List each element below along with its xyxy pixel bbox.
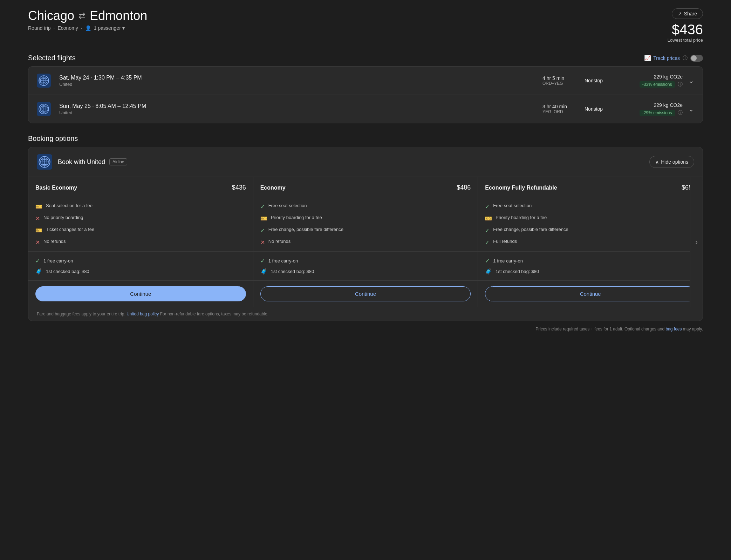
fare-action-refundable: Continue [478, 281, 703, 307]
feature-item: ✕ No refunds [260, 239, 471, 246]
bag-text: 1st checked bag: $80 [46, 269, 89, 274]
expand-icon-1[interactable]: ⌄ [688, 76, 694, 85]
track-prices-label: Track prices [653, 55, 680, 61]
bag-text: 1 free carry-on [268, 258, 298, 264]
fare-bags-economy: ✓ 1 free carry-on 🧳 1st checked bag: $80 [253, 252, 478, 281]
fare-features-refundable: ✓ Free seat selection 🎫 Priority boardin… [478, 197, 703, 252]
bag-item: 🧳 1st checked bag: $80 [485, 268, 696, 275]
fare-header-economy: Economy $486 [253, 177, 478, 197]
chevron-up-icon: ∧ [655, 159, 659, 165]
flight-stops-1: Nonstop [585, 78, 620, 83]
flight-time-2: Sun, May 25 · 8:05 AM – 12:45 PM [59, 103, 542, 109]
fee-icon: 🎫 [485, 215, 492, 222]
fare-options: Basic Economy $436 🎫 Seat selection for … [28, 177, 703, 307]
passenger-selector[interactable]: 1 passenger ▾ [94, 25, 125, 31]
flight-stops-2: Nonstop [585, 106, 620, 112]
fare-bags-basic: ✓ 1 free carry-on 🧳 1st checked bag: $80 [28, 252, 253, 281]
feature-text: No refunds [268, 239, 291, 244]
fare-action-economy: Continue [253, 281, 478, 307]
flight-date-1: Sat, May 24 [59, 75, 89, 81]
united-bag-policy-link[interactable]: United bag policy [127, 312, 159, 316]
fare-features-basic: 🎫 Seat selection for a fee ✕ No priority… [28, 197, 253, 252]
fee-icon: 🎫 [35, 227, 42, 234]
flight-row[interactable]: Sat, May 24 · 1:30 PM – 4:35 PM United 4… [28, 67, 703, 95]
booking-header: Book with United Airline ∧ Hide options [28, 147, 703, 177]
emissions-info-icon-2[interactable]: ⓘ [678, 110, 683, 115]
bag-icon: 🧳 [260, 268, 267, 275]
flight-row-2[interactable]: Sun, May 25 · 8:05 AM – 12:45 PM United … [28, 95, 703, 123]
feature-text: Priority boarding for a fee [271, 215, 322, 220]
fare-name-economy: Economy [260, 185, 286, 191]
feature-item: 🎫 Seat selection for a fee [35, 203, 246, 210]
total-price: $436 [668, 22, 703, 37]
feature-item: ✓ Free seat selection [260, 203, 471, 210]
expand-icon-2[interactable]: ⌄ [688, 105, 694, 113]
feature-text: Free seat selection [268, 203, 307, 208]
feature-item: ✓ Full refunds [485, 239, 696, 246]
feature-item: ✕ No priority boarding [35, 215, 246, 222]
fare-column-economy: Economy $486 ✓ Free seat selection 🎫 Pri… [253, 177, 478, 307]
flight-carrier-2: United [59, 110, 542, 115]
booking-options-header: Booking options [28, 135, 703, 143]
bag-item: 🧳 1st checked bag: $80 [35, 268, 246, 275]
selected-flights-title: Selected flights [28, 54, 76, 62]
flight-duration-2: 3 hr 40 min YEG–ORD [542, 104, 585, 114]
route-arrow-icon: ⇄ [78, 11, 86, 21]
next-fare-button[interactable]: › [690, 177, 703, 307]
feature-text: Seat selection for a fee [46, 203, 93, 208]
fare-action-basic: Continue [28, 281, 253, 307]
feature-text: No refunds [43, 239, 66, 244]
fare-header-refundable: Economy Fully Refundable $656 [478, 177, 703, 197]
emissions-info-icon-1[interactable]: ⓘ [678, 81, 683, 87]
fare-features-economy: ✓ Free seat selection 🎫 Priority boardin… [253, 197, 478, 252]
check-icon: ✓ [485, 203, 490, 210]
passenger-count: 1 passenger [94, 25, 121, 31]
bag-icon: 🧳 [35, 268, 42, 275]
airline-badge: Airline [109, 158, 127, 165]
flight-times-1: 1:30 PM – 4:35 PM [94, 75, 142, 81]
track-prices-info-icon[interactable]: ⓘ [683, 55, 688, 61]
cabin-class: Economy [57, 25, 78, 31]
feature-text: Full refunds [493, 239, 517, 244]
airline-logo-1 [37, 74, 51, 88]
footer-suffix: may apply. [683, 327, 703, 332]
origin-city: Chicago [28, 8, 74, 23]
feature-text: Priority boarding for a fee [496, 215, 547, 220]
flight-details-1: Sat, May 24 · 1:30 PM – 4:35 PM United [59, 75, 542, 87]
bag-fees-link[interactable]: bag fees [665, 327, 682, 332]
feature-text: Free change, possible fare difference [268, 227, 343, 232]
feature-item: 🎫 Ticket changes for a fee [35, 227, 246, 234]
fare-column-basic: Basic Economy $436 🎫 Seat selection for … [28, 177, 253, 307]
continue-button-economy[interactable]: Continue [260, 286, 471, 301]
feature-text: Free change, possible fare difference [493, 227, 568, 232]
feature-item: ✓ Free change, possible fare difference [260, 227, 471, 234]
flight-time-1: Sat, May 24 · 1:30 PM – 4:35 PM [59, 75, 542, 81]
booking-provider-name: Book with United [58, 158, 105, 166]
emissions-badge-1: -33% emissions [640, 81, 675, 88]
continue-button-basic[interactable]: Continue [35, 286, 246, 301]
feature-item: 🎫 Priority boarding for a fee [260, 215, 471, 222]
booking-options-title: Booking options [28, 135, 78, 143]
share-button[interactable]: ↗ Share [672, 8, 703, 19]
fare-bags-refundable: ✓ 1 free carry-on 🧳 1st checked bag: $80 [478, 252, 703, 281]
fare-header-basic: Basic Economy $436 [28, 177, 253, 197]
bag-item: ✓ 1 free carry-on [35, 257, 246, 264]
hide-options-button[interactable]: ∧ Hide options [649, 156, 694, 168]
flight-times-2: 8:05 AM – 12:45 PM [95, 103, 146, 109]
feature-text: Ticket changes for a fee [46, 227, 94, 232]
check-icon: ✓ [260, 258, 265, 264]
fare-price-economy: $486 [457, 184, 471, 191]
fare-name-basic: Basic Economy [35, 185, 77, 191]
price-label: Lowest total price [668, 37, 703, 43]
continue-button-refundable[interactable]: Continue [485, 286, 696, 301]
track-prices-button[interactable]: 📈 Track prices [644, 55, 680, 61]
track-prices-toggle[interactable] [690, 55, 703, 62]
feature-text: Free seat selection [493, 203, 532, 208]
selected-flights-header: Selected flights 📈 Track prices ⓘ [28, 54, 703, 62]
flight-carrier-1: United [59, 82, 542, 87]
cross-icon: ✕ [35, 239, 40, 246]
hide-options-label: Hide options [661, 159, 688, 165]
disclaimer-text: Fare and baggage fees apply to your enti… [37, 312, 125, 316]
emissions-badge-2: -29% emissions [640, 110, 675, 116]
route-info: Chicago ⇄ Edmonton Round trip · Economy … [28, 8, 147, 31]
